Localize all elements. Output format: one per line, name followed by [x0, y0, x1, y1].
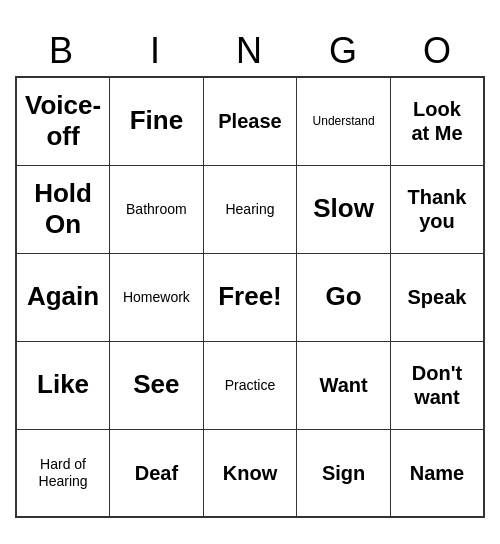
bingo-cell: Bathroom — [110, 165, 204, 253]
cell-text: Please — [208, 109, 293, 133]
cell-text: HoldOn — [21, 178, 105, 240]
bingo-cell: Voice-off — [16, 77, 110, 165]
cell-text: Speak — [395, 285, 479, 309]
bingo-cell: Sign — [297, 429, 391, 517]
cell-text: Don'twant — [395, 361, 479, 409]
cell-text: Sign — [301, 461, 386, 485]
bingo-cell: See — [110, 341, 204, 429]
bingo-grid: Voice-offFinePleaseUnderstandLookat MeHo… — [15, 76, 485, 518]
bingo-cell: Practice — [203, 341, 297, 429]
cell-text: Name — [395, 461, 479, 485]
cell-text: Free! — [208, 281, 293, 312]
bingo-cell: Please — [203, 77, 297, 165]
cell-text: Homework — [114, 289, 199, 306]
bingo-cell: Want — [297, 341, 391, 429]
bingo-cell: Understand — [297, 77, 391, 165]
bingo-cell: Fine — [110, 77, 204, 165]
bingo-cell: Name — [390, 429, 484, 517]
bingo-cell: Hard ofHearing — [16, 429, 110, 517]
bingo-cell: Lookat Me — [390, 77, 484, 165]
cell-text: Like — [21, 369, 105, 400]
table-row: HoldOnBathroomHearingSlowThankyou — [16, 165, 484, 253]
header-letter: I — [109, 26, 203, 76]
cell-text: See — [114, 369, 199, 400]
header-letter: N — [203, 26, 297, 76]
table-row: Hard ofHearingDeafKnowSignName — [16, 429, 484, 517]
cell-text: Thankyou — [395, 185, 479, 233]
bingo-cell: Speak — [390, 253, 484, 341]
cell-text: Know — [208, 461, 293, 485]
cell-text: Voice-off — [21, 90, 105, 152]
cell-text: Hard ofHearing — [21, 456, 105, 490]
bingo-cell: Free! — [203, 253, 297, 341]
cell-text: Bathroom — [114, 201, 199, 218]
table-row: Voice-offFinePleaseUnderstandLookat Me — [16, 77, 484, 165]
header-letter: B — [15, 26, 109, 76]
cell-text: Lookat Me — [395, 97, 479, 145]
cell-text: Again — [21, 281, 105, 312]
bingo-cell: Know — [203, 429, 297, 517]
cell-text: Want — [301, 373, 386, 397]
cell-text: Understand — [301, 114, 386, 128]
bingo-cell: HoldOn — [16, 165, 110, 253]
cell-text: Slow — [301, 193, 386, 224]
bingo-cell: Hearing — [203, 165, 297, 253]
bingo-cell: Don'twant — [390, 341, 484, 429]
bingo-cell: Homework — [110, 253, 204, 341]
cell-text: Hearing — [208, 201, 293, 218]
cell-text: Practice — [208, 377, 293, 394]
cell-text: Go — [301, 281, 386, 312]
header-letter: G — [297, 26, 391, 76]
bingo-cell: Slow — [297, 165, 391, 253]
bingo-header: BINGO — [15, 26, 485, 76]
bingo-cell: Again — [16, 253, 110, 341]
table-row: LikeSeePracticeWantDon'twant — [16, 341, 484, 429]
table-row: AgainHomeworkFree!GoSpeak — [16, 253, 484, 341]
bingo-cell: Like — [16, 341, 110, 429]
cell-text: Deaf — [114, 461, 199, 485]
header-letter: O — [391, 26, 485, 76]
bingo-cell: Deaf — [110, 429, 204, 517]
cell-text: Fine — [114, 105, 199, 136]
bingo-cell: Thankyou — [390, 165, 484, 253]
bingo-cell: Go — [297, 253, 391, 341]
